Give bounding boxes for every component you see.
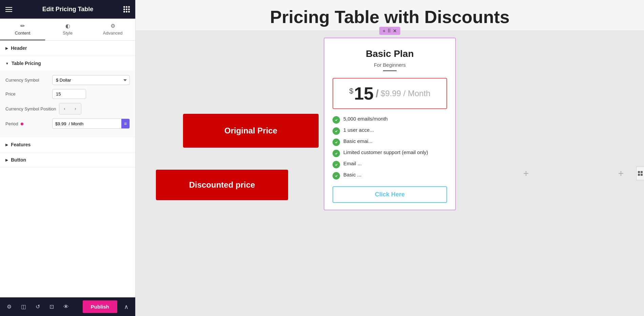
preview-icon[interactable]: 👁 <box>61 301 72 313</box>
sidebar-content: ▶ Header ▼ Table Pricing Currency Symbol… <box>0 41 135 297</box>
currency-position-arrows: ‹ › <box>59 103 81 114</box>
currency-symbol-select[interactable]: $ Dollar € Euro £ Pound ¥ Yen <box>52 75 130 85</box>
canvas-area: Pricing Table with Discounts + ⠿ ✕ Basic… <box>136 0 644 316</box>
feature-check-icon-4 <box>333 150 340 157</box>
pricing-card-wrapper: + ⠿ ✕ Basic Plan For Beginners $ 15 / <box>324 38 456 210</box>
add-center-icon[interactable]: + <box>523 168 529 179</box>
period-row: Period ≡ <box>5 119 130 129</box>
content-icon: ✏ <box>20 23 25 29</box>
feature-check-icon-5 <box>333 161 340 168</box>
feature-item: Email ... <box>333 161 447 168</box>
period-dot-indicator <box>21 123 23 125</box>
close-card-icon[interactable]: ✕ <box>393 28 397 34</box>
currency-symbol-label: Currency Symbol <box>5 78 49 83</box>
app-container: Edit Pricing Table ✏ Content ◐ Style ⚙ A… <box>0 0 644 316</box>
feature-item: 1 user acce... <box>333 127 447 135</box>
tab-content-label: Content <box>15 30 31 36</box>
currency-symbol-row: Currency Symbol $ Dollar € Euro £ Pound … <box>5 75 130 85</box>
currency-position-right-btn[interactable]: › <box>70 103 81 114</box>
feature-item: Limited customer support (email only) <box>333 149 447 157</box>
price-discounted: $9.99 / Month <box>381 89 430 98</box>
section-button-label: Button <box>11 157 26 163</box>
tab-advanced-label: Advanced <box>103 30 123 36</box>
feature-text-2: 1 user acce... <box>343 127 374 133</box>
advanced-icon: ⚙ <box>110 23 115 29</box>
annotation-original-price: Original Price <box>183 114 319 148</box>
period-stack-icon[interactable]: ≡ <box>121 119 129 128</box>
bottom-toolbar: ⚙ ◫ ↺ ⊡ 👁 Publish ∧ <box>0 297 135 316</box>
sidebar-title: Edit Pricing Table <box>42 6 94 13</box>
page-title: Pricing Table with Discounts <box>136 7 644 27</box>
tab-advanced[interactable]: ⚙ Advanced <box>90 19 135 40</box>
table-pricing-arrow-icon: ▼ <box>5 62 9 65</box>
feature-item: Basic emai... <box>333 138 447 146</box>
currency-position-left-btn[interactable]: ‹ <box>59 103 70 114</box>
period-input-wrapper: ≡ <box>52 119 130 129</box>
tab-content[interactable]: ✏ Content <box>0 19 45 40</box>
price-currency: $ <box>349 87 353 96</box>
cta-button[interactable]: Click Here <box>333 186 447 203</box>
currency-position-label: Currency Symbol Position <box>5 106 56 111</box>
plan-divider <box>383 70 397 71</box>
period-input[interactable] <box>53 119 121 128</box>
drag-icon[interactable]: ⠿ <box>387 28 391 34</box>
section-table-pricing-body: Currency Symbol $ Dollar € Euro £ Pound … <box>0 71 135 137</box>
add-right-icon[interactable]: + <box>618 168 624 179</box>
tab-style-label: Style <box>63 30 73 36</box>
feature-check-icon-3 <box>333 139 340 146</box>
features-arrow-icon: ▶ <box>5 143 8 147</box>
layers-icon[interactable]: ◫ <box>18 301 29 313</box>
button-arrow-icon: ▶ <box>5 158 8 162</box>
tab-style[interactable]: ◐ Style <box>45 19 90 40</box>
section-button[interactable]: ▶ Button <box>0 152 135 168</box>
responsive-icon[interactable]: ⊡ <box>47 301 57 313</box>
feature-check-icon-6 <box>333 172 340 180</box>
plan-subtitle: For Beginners <box>333 62 447 68</box>
section-table-pricing[interactable]: ▼ Table Pricing <box>0 56 135 71</box>
section-header-header[interactable]: ▶ Header <box>0 41 135 56</box>
hamburger-icon[interactable] <box>5 7 12 12</box>
price-slash: / <box>376 87 379 100</box>
feature-list: 5,000 emails/month 1 user acce... <box>333 116 447 180</box>
price-box: $ 15 / $9.99 / Month <box>333 78 447 109</box>
section-table-pricing-label: Table Pricing <box>12 61 41 66</box>
expand-button[interactable]: ∧ <box>121 300 131 313</box>
feature-item: 5,000 emails/month <box>333 116 447 124</box>
price-label: Price <box>5 91 49 97</box>
feature-text-1: 5,000 emails/month <box>343 116 388 122</box>
feature-check-icon-1 <box>333 116 340 124</box>
section-header-label: Header <box>11 45 27 51</box>
section-features[interactable]: ▶ Features <box>0 137 135 152</box>
price-main: $ 15 / $9.99 / Month <box>339 83 441 104</box>
plan-name: Basic Plan <box>333 48 447 59</box>
feature-check-icon-2 <box>333 127 340 135</box>
feature-item: Basic ... <box>333 172 447 180</box>
price-number: 15 <box>354 83 374 104</box>
pricing-card: Basic Plan For Beginners $ 15 / $9.99 / … <box>324 38 456 210</box>
header-arrow-icon: ▶ <box>5 46 8 50</box>
section-features-label: Features <box>11 142 31 147</box>
card-controls: + ⠿ ✕ <box>379 27 400 35</box>
right-column-handle[interactable] <box>636 167 644 180</box>
feature-text-3: Basic emai... <box>343 138 373 144</box>
feature-text-5: Email ... <box>343 161 362 166</box>
publish-button[interactable]: Publish <box>83 300 117 313</box>
feature-text-4: Limited customer support (email only) <box>343 149 428 155</box>
sidebar-header: Edit Pricing Table <box>0 0 135 19</box>
history-icon[interactable]: ↺ <box>33 301 43 313</box>
sidebar: Edit Pricing Table ✏ Content ◐ Style ⚙ A… <box>0 0 136 316</box>
grid-icon[interactable] <box>123 6 130 13</box>
add-section-icon[interactable]: + <box>383 28 385 34</box>
currency-position-row: Currency Symbol Position ‹ › <box>5 103 130 114</box>
settings-icon[interactable]: ⚙ <box>4 301 14 313</box>
style-icon: ◐ <box>65 23 70 29</box>
canvas-content: + ⠿ ✕ Basic Plan For Beginners $ 15 / <box>136 31 644 316</box>
price-row: Price <box>5 89 130 99</box>
price-input[interactable] <box>52 89 86 99</box>
sidebar-tabs: ✏ Content ◐ Style ⚙ Advanced <box>0 19 135 41</box>
period-label: Period <box>5 121 49 126</box>
annotation-discounted-price: Discounted price <box>156 170 288 200</box>
feature-text-6: Basic ... <box>343 172 361 177</box>
